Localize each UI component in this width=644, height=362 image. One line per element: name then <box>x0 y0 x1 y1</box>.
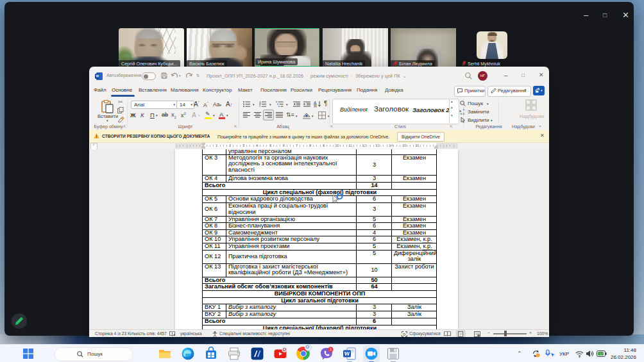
svg-text:a: a <box>459 109 462 113</box>
svg-text:D: D <box>403 332 406 336</box>
svg-text:Я: Я <box>314 104 317 108</box>
svg-text:1: 1 <box>330 347 332 351</box>
svg-text:c: c <box>463 111 465 115</box>
